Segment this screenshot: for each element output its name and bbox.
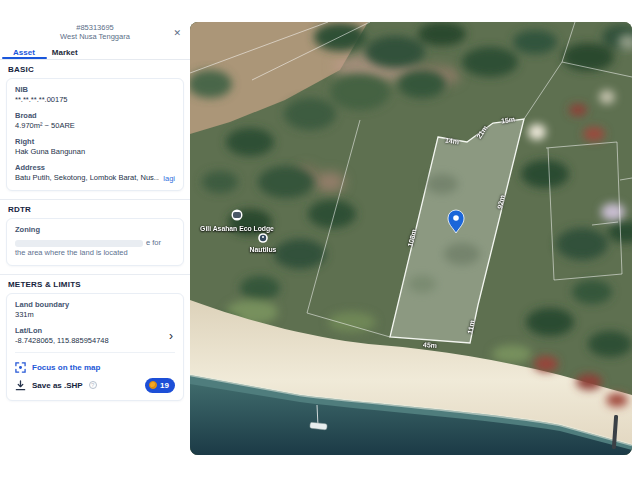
right-label: Right bbox=[15, 137, 175, 147]
rdtr-card: Zoning e for the area where the land is … bbox=[6, 218, 184, 266]
active-tab-underline bbox=[2, 57, 47, 59]
close-icon[interactable]: ✕ bbox=[173, 29, 181, 38]
section-title-basic: BASIC bbox=[8, 65, 190, 74]
focus-crosshair-icon bbox=[15, 362, 26, 373]
save-shp-button[interactable]: Save as .SHP ? 19 bbox=[15, 377, 175, 393]
field-land-boundary: Land boundary 331m bbox=[15, 300, 175, 320]
tabs-divider bbox=[0, 59, 190, 60]
download-icon bbox=[15, 380, 26, 391]
broad-label: Broad bbox=[15, 111, 175, 121]
credits-badge[interactable]: 19 bbox=[145, 378, 175, 393]
field-nib: NIB **.**.**.**.00175 bbox=[15, 85, 175, 105]
field-address: Address Batu Putih, Sekotong, Lombok Bar… bbox=[15, 163, 175, 183]
poi-label-nautilus[interactable]: Nautilus bbox=[250, 246, 277, 253]
field-broad: Broad 4.970m² ~ 50ARE bbox=[15, 111, 175, 131]
nib-value: **.**.**.**.00175 bbox=[15, 95, 175, 105]
zoning-masked-bar bbox=[15, 240, 143, 247]
basic-card: NIB **.**.**.**.00175 Broad 4.970m² ~ 50… bbox=[6, 78, 184, 191]
poi-label-lodge[interactable]: Gili Asahan Eco Lodge bbox=[200, 225, 274, 232]
nautilus-icon[interactable] bbox=[258, 233, 268, 243]
land-boundary-value: 331m bbox=[15, 310, 175, 320]
latlon-row[interactable]: Lat/Lon -8.7428065, 115.885954748 › bbox=[15, 326, 175, 346]
chevron-right-icon[interactable]: › bbox=[169, 331, 175, 341]
zoning-label: Zoning bbox=[15, 225, 175, 235]
broad-value: 4.970m² ~ 50ARE bbox=[15, 121, 175, 131]
focus-on-map-label: Focus on the map bbox=[32, 363, 100, 372]
address-value: Batu Putih, Sekotong, Lombok Barat, Nus.… bbox=[15, 173, 159, 183]
row-divider bbox=[15, 352, 175, 353]
satellite-map[interactable]: 14m 21m 15m 92m 108m 11m 45m Gili Asahan… bbox=[190, 22, 632, 455]
parcel-id: #85313695 bbox=[0, 23, 190, 32]
address-label: Address bbox=[15, 163, 175, 173]
address-more-link[interactable]: lagi bbox=[163, 174, 175, 183]
right-value: Hak Guna Bangunan bbox=[15, 147, 175, 157]
latlon-value: -8.7428065, 115.885954748 bbox=[15, 336, 169, 346]
land-parcel-app: 14m 21m 15m 92m 108m 11m 45m Gili Asahan… bbox=[0, 0, 640, 480]
focus-on-map-button[interactable]: Focus on the map bbox=[15, 359, 175, 375]
field-right: Right Hak Guna Bangunan bbox=[15, 137, 175, 157]
parcel-region: West Nusa Tenggara bbox=[0, 32, 190, 41]
credits-count: 19 bbox=[160, 381, 169, 390]
tab-market[interactable]: Market bbox=[52, 48, 78, 59]
section-title-rdtr: RDTR bbox=[8, 205, 190, 214]
lodge-icon[interactable] bbox=[232, 210, 243, 221]
panel-tabs: Asset Market bbox=[0, 41, 190, 59]
panel-header: #85313695 West Nusa Tenggara ✕ bbox=[0, 0, 190, 41]
property-detail-panel: #85313695 West Nusa Tenggara ✕ Asset Mar… bbox=[0, 0, 190, 480]
save-shp-label: Save as .SHP bbox=[32, 381, 83, 390]
zoning-text-suffix: e for bbox=[146, 238, 161, 248]
section-title-meters: METERS & LIMITS bbox=[8, 280, 190, 289]
land-boundary-label: Land boundary bbox=[15, 300, 175, 310]
zoning-text-line2: the area where the land is located bbox=[15, 248, 175, 258]
meters-card: Land boundary 331m Lat/Lon -8.7428065, 1… bbox=[6, 293, 184, 401]
map-canvas bbox=[190, 22, 632, 455]
section-divider bbox=[0, 199, 190, 200]
nib-label: NIB bbox=[15, 85, 175, 95]
latlon-label: Lat/Lon bbox=[15, 326, 169, 336]
section-divider bbox=[0, 274, 190, 275]
coin-icon bbox=[149, 381, 157, 389]
help-icon[interactable]: ? bbox=[89, 381, 97, 389]
